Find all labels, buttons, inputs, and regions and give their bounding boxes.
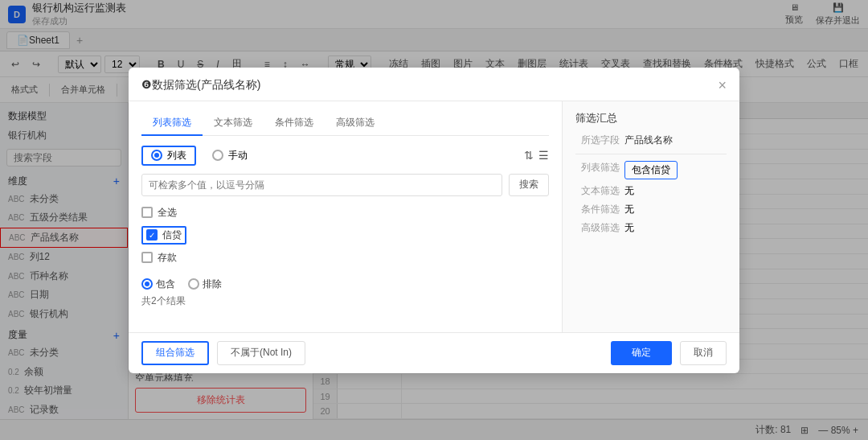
filter-tab-advanced[interactable]: 高级筛选	[325, 111, 386, 136]
summary-list-filter: 列表筛选 包含信贷	[575, 161, 727, 179]
filter-tab-list[interactable]: 列表筛选	[141, 111, 203, 136]
credit-item-box: ✓ 信贷	[141, 226, 186, 245]
sort-asc-icon[interactable]: ⇅	[524, 149, 534, 162]
select-all-label: 全选	[158, 206, 177, 220]
include-option[interactable]: 包含	[141, 278, 175, 291]
text-filter-type: 文本筛选	[575, 184, 620, 198]
filter-item-credit[interactable]: ✓ 信贷	[141, 223, 549, 248]
filter-list: 全选 ✓ 信贷 存款	[141, 203, 549, 268]
summary-field-row: 所选字段 产品线名称	[575, 134, 727, 147]
summary-field-label: 所选字段	[575, 134, 620, 147]
manual-option-label: 手动	[228, 149, 248, 162]
modal-title: ❻数据筛选(产品线名称)	[141, 78, 260, 93]
list-filter-type: 列表筛选	[575, 161, 620, 175]
sort-icons: ⇅ ☰	[524, 149, 549, 162]
list-option-box: 列表	[141, 146, 196, 166]
text-filter-value: 无	[624, 184, 634, 198]
filter-search-button[interactable]: 搜索	[509, 174, 549, 196]
credit-checkbox[interactable]: ✓	[146, 229, 158, 241]
filter-modal: ❻数据筛选(产品线名称) × 列表筛选 文本筛选 条件筛选 高级筛选	[129, 68, 739, 373]
modal-right: 筛选汇总 所选字段 产品线名称 列表筛选 包含信贷 文本筛选 无 条	[563, 101, 739, 332]
adv-filter-type: 高级筛选	[575, 221, 620, 235]
deposit-checkbox[interactable]	[141, 252, 153, 263]
list-option-label: 列表	[167, 149, 186, 162]
exclude-option[interactable]: 排除	[188, 278, 222, 291]
exclude-label: 排除	[203, 278, 222, 291]
sort-desc-icon[interactable]: ☰	[538, 149, 549, 162]
manual-radio[interactable]	[212, 150, 223, 161]
filter-tab-text[interactable]: 文本筛选	[203, 111, 264, 136]
exclude-radio[interactable]	[188, 278, 199, 290]
filter-options-row: 列表 手动 ⇅ ☰	[141, 146, 549, 166]
summary-cond-filter: 条件筛选 无	[575, 203, 727, 216]
list-radio[interactable]	[151, 150, 162, 161]
cond-filter-value: 无	[624, 203, 634, 216]
summary-adv-filter: 高级筛选 无	[575, 221, 727, 235]
adv-filter-value: 无	[624, 221, 634, 235]
modal-footer: 组合筛选 不属于(Not In) 确定 取消	[129, 332, 739, 373]
credit-label: 信贷	[162, 228, 182, 242]
filter-tabs: 列表筛选 文本筛选 条件筛选 高级筛选	[141, 111, 549, 136]
modal-overlay: ❻数据筛选(产品线名称) × 列表筛选 文本筛选 条件筛选 高级筛选	[0, 0, 868, 440]
include-radio[interactable]	[141, 278, 153, 290]
cancel-button[interactable]: 取消	[680, 341, 727, 365]
modal-body: 列表筛选 文本筛选 条件筛选 高级筛选 列表 手动	[129, 101, 739, 332]
select-all-checkbox[interactable]	[141, 207, 153, 218]
filter-select-all-item[interactable]: 全选	[141, 203, 549, 223]
include-label: 包含	[156, 278, 175, 291]
filter-include-row: 包含 排除	[141, 278, 549, 291]
filter-item-deposit[interactable]: 存款	[141, 248, 549, 268]
radio-inner	[154, 153, 159, 158]
deposit-label: 存款	[158, 251, 177, 265]
modal-left: 列表筛选 文本筛选 条件筛选 高级筛选 列表 手动	[129, 101, 563, 332]
not-in-button[interactable]: 不属于(Not In)	[217, 341, 305, 365]
modal-close-button[interactable]: ×	[718, 77, 727, 94]
include-radio-inner	[145, 282, 149, 286]
summary-field-value: 产品线名称	[624, 134, 673, 147]
filter-tab-condition[interactable]: 条件筛选	[264, 111, 325, 136]
modal-header: ❻数据筛选(产品线名称) ×	[129, 68, 739, 101]
filter-count: 共2个结果	[141, 294, 549, 308]
summary-title: 筛选汇总	[575, 111, 727, 125]
modal-footer-right: 确定 取消	[611, 341, 727, 365]
list-filter-value: 包含信贷	[632, 164, 670, 175]
filter-search-input[interactable]	[141, 174, 502, 196]
confirm-button[interactable]: 确定	[611, 341, 672, 365]
list-filter-value-box: 包含信贷	[624, 161, 678, 179]
cond-filter-type: 条件筛选	[575, 203, 620, 216]
summary-text-filter: 文本筛选 无	[575, 184, 727, 198]
manual-option[interactable]: 手动	[212, 149, 248, 162]
combine-filter-button[interactable]: 组合筛选	[141, 341, 209, 365]
summary-divider	[575, 154, 727, 154]
filter-search-row: 搜索	[141, 174, 549, 196]
modal-footer-left: 组合筛选 不属于(Not In)	[141, 341, 305, 365]
